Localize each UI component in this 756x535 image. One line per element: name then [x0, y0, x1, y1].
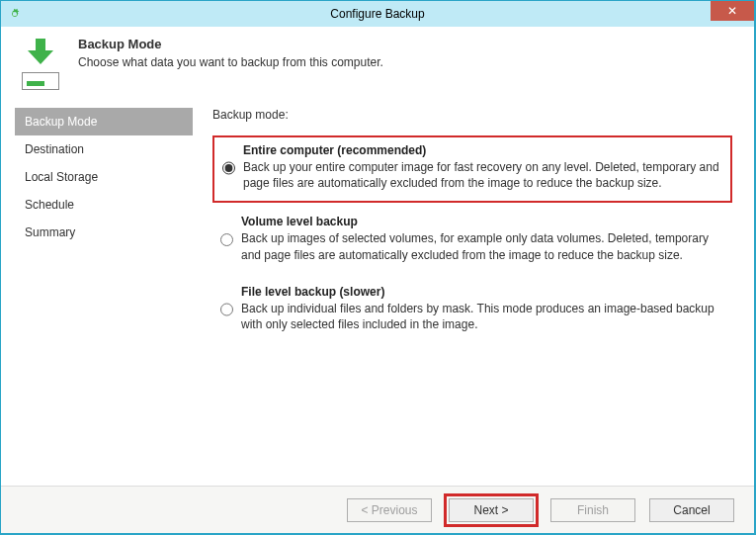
sidebar-item-label: Backup Mode — [25, 115, 97, 129]
sidebar-item-destination[interactable]: Destination — [15, 135, 193, 163]
sidebar-item-summary[interactable]: Summary — [15, 219, 193, 246]
radio-file[interactable] — [220, 287, 233, 332]
disk-icon — [22, 72, 59, 90]
wizard-steps-sidebar: Backup ModeDestinationLocal StorageSched… — [15, 104, 193, 486]
radio-volume[interactable] — [220, 217, 233, 262]
option-description: Back up your entire computer image for f… — [243, 159, 722, 191]
window-title: Configure Backup — [1, 7, 754, 21]
sidebar-item-label: Summary — [25, 225, 75, 239]
sidebar-item-label: Schedule — [25, 198, 74, 212]
option-entire[interactable]: Entire computer (recommended)Back up you… — [212, 135, 732, 203]
configure-backup-window: Configure Backup ✕ Backup Mode Choose wh… — [0, 0, 756, 535]
sidebar-item-schedule[interactable]: Schedule — [15, 191, 193, 219]
cancel-button[interactable]: Cancel — [649, 498, 734, 522]
svg-point-1 — [13, 12, 17, 16]
finish-button-wrap: Finish — [548, 496, 637, 524]
next-button[interactable]: Next > — [449, 498, 534, 522]
option-volume[interactable]: Volume level backupBack up images of sel… — [212, 209, 732, 272]
page-subtitle: Choose what data you want to backup from… — [78, 55, 383, 69]
cancel-button-wrap: Cancel — [647, 496, 736, 524]
page-title: Backup Mode — [78, 37, 383, 51]
previous-button[interactable]: < Previous — [347, 498, 432, 522]
option-body: Volume level backupBack up images of sel… — [241, 215, 724, 262]
backup-mode-options: Entire computer (recommended)Back up you… — [212, 135, 732, 342]
gear-icon — [7, 6, 23, 22]
header-text: Backup Mode Choose what data you want to… — [78, 37, 383, 69]
radio-entire[interactable] — [222, 145, 235, 191]
wizard-content: Backup mode: Entire computer (recommende… — [212, 104, 740, 486]
option-body: File level backup (slower)Back up indivi… — [241, 285, 724, 332]
option-description: Back up images of selected volumes, for … — [241, 230, 724, 262]
finish-button[interactable]: Finish — [550, 498, 635, 522]
option-description: Back up individual files and folders by … — [241, 301, 724, 332]
close-button[interactable]: ✕ — [711, 1, 754, 21]
next-button-wrap: Next > — [444, 493, 539, 527]
option-label: Volume level backup — [241, 215, 724, 228]
sidebar-item-label: Destination — [25, 142, 84, 156]
down-arrow-icon — [23, 37, 58, 66]
sidebar-item-local-storage[interactable]: Local Storage — [15, 163, 193, 191]
titlebar: Configure Backup ✕ — [1, 1, 754, 27]
sidebar-item-backup-mode[interactable]: Backup Mode — [15, 108, 193, 135]
sidebar-item-label: Local Storage — [25, 170, 98, 184]
wizard-header: Backup Mode Choose what data you want to… — [1, 27, 754, 104]
header-icon-group — [19, 37, 62, 90]
option-label: Entire computer (recommended) — [243, 143, 722, 157]
close-icon: ✕ — [727, 4, 737, 18]
option-body: Entire computer (recommended)Back up you… — [243, 143, 722, 191]
wizard-footer: < Previous Next > Finish Cancel — [1, 486, 754, 533]
wizard-body: Backup ModeDestinationLocal StorageSched… — [1, 104, 754, 486]
content-title: Backup mode: — [212, 108, 732, 122]
previous-button-wrap: < Previous — [345, 496, 434, 524]
option-file[interactable]: File level backup (slower)Back up indivi… — [212, 279, 732, 342]
option-label: File level backup (slower) — [241, 285, 724, 299]
